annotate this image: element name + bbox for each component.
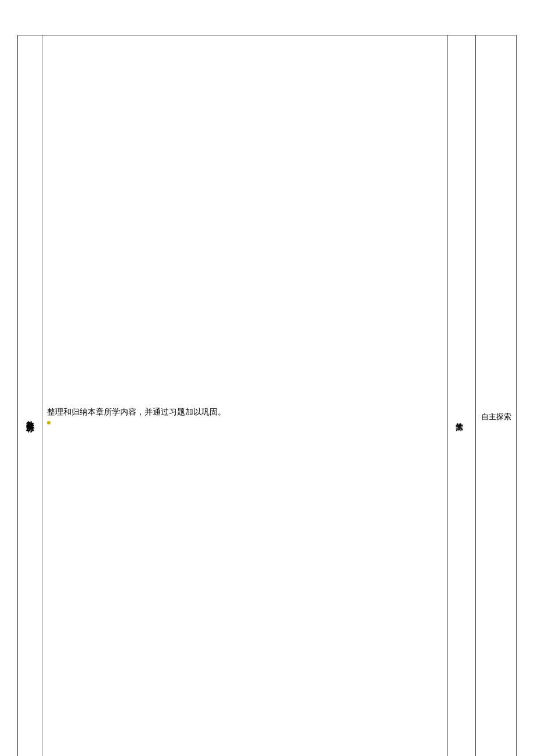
- header-row: 教学目标 整理和归纳本章所学内容，并通过习题加以巩固。 教学方法 自主探索: [18, 35, 517, 757]
- dot-decoration: [47, 421, 50, 424]
- main-table: 教学目标 整理和归纳本章所学内容，并通过习题加以巩固。 教学方法 自主探索 教学…: [17, 35, 517, 756]
- objective-label-cell: 教学目标: [18, 35, 42, 757]
- page-wrapper: 教学目标 整理和归纳本章所学内容，并通过习题加以巩固。 教学方法 自主探索 教学…: [17, 35, 517, 756]
- objective-label: 教学目标: [23, 415, 37, 419]
- self-explore-cell: 自主探索: [476, 35, 517, 757]
- self-explore-label: 自主探索: [481, 412, 511, 421]
- objective-content: 整理和归纳本章所学内容，并通过习题加以巩固。: [47, 408, 226, 416]
- objective-content-cell: 整理和归纳本章所学内容，并通过习题加以巩固。: [42, 35, 448, 757]
- method-cell: 教学方法: [448, 35, 476, 757]
